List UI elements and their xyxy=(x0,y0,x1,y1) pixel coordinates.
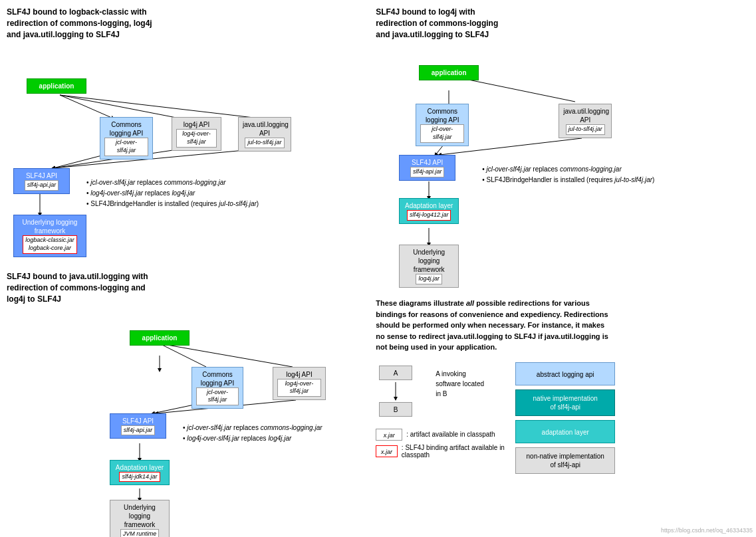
d3-application: application xyxy=(130,330,189,346)
d2-bullets: jcl-over-slf4j.jar replaces commons-logg… xyxy=(482,161,682,185)
type-legend: abstract logging api native implementati… xyxy=(515,362,749,474)
diagram1-section: SLF4J bound to logback-classic withredir… xyxy=(7,7,366,258)
d1-log4j-jar: log4j-over-slf4j.jar xyxy=(176,129,217,147)
d1-commons: Commonslogging APIjcl-over-slf4j.jar xyxy=(100,117,153,159)
d1-application: application xyxy=(27,78,86,94)
jar-legend: x.jar : artifact available in classpath … xyxy=(376,429,509,459)
d3-slf4j: SLF4J APIslf4j-api.jar xyxy=(110,413,166,439)
diagram2-section: SLF4J bound to log4j withredirection of … xyxy=(376,7,749,284)
d2-adaptation: Adaptation layerslf4j-log412.jar xyxy=(399,198,459,224)
d3-log4j-jar: log4j-over-slf4j.jar xyxy=(277,379,321,397)
svg-line-8 xyxy=(160,344,206,367)
d1-underlying: Underlying loggingframeworklogback-class… xyxy=(13,215,86,257)
jar-red-desc: : SLF4J binding artifact available in cl… xyxy=(402,444,509,459)
d3-slf4j-jar: slf4j-api.jar xyxy=(121,425,156,436)
invoking-and-jar-legend: A B A invokingsoftware locatedin B x.jar… xyxy=(376,362,509,474)
invoking-diagram: A B xyxy=(376,362,429,422)
invoking-b-box: B xyxy=(379,402,412,417)
legend-nonnative: non-native implementationof slf4j-api xyxy=(515,447,615,474)
d2-jcl-jar: jcl-over-slf4j.jar xyxy=(420,124,464,142)
d3-commons: Commonslogging APIjcl-over-slf4j.jar xyxy=(191,367,243,409)
invoking-desc: A invokingsoftware locatedin B xyxy=(436,362,484,399)
d2-jul-jar: jul-to-slf4j.jar xyxy=(566,124,605,135)
d2-log4j-jar: log4j.jar xyxy=(416,274,442,284)
d1-jul: java.util.loggingAPIjul-to-slf4j.jar xyxy=(238,117,291,152)
d3-adaptation: Adaptation layerslf4j-jdk14.jar xyxy=(110,460,170,486)
svg-line-2 xyxy=(60,95,259,118)
legend-native: native implementationof slf4j-api xyxy=(515,389,615,416)
d1-logback-jars: logback-classic.jarlogback-core.jar xyxy=(23,235,77,253)
diagram1-title: SLF4J bound to logback-classic withredir… xyxy=(7,7,366,40)
d2-jul: java.util.loggingAPIjul-to-slf4j.jar xyxy=(559,104,612,138)
d3-jcl-jar: jcl-over-slf4j.jar xyxy=(196,387,239,405)
d3-jvm-jar: JVM runtime xyxy=(120,529,160,537)
jar-red-box: x.jar xyxy=(376,445,398,457)
legend-abstract: abstract logging api xyxy=(515,362,615,385)
diagram3-section: SLF4J bound to java.util.logging withred… xyxy=(7,271,366,509)
d1-log4j: log4j APIlog4j-over-slf4j.jar xyxy=(172,117,221,150)
invoking-a-box: A xyxy=(379,366,412,380)
d1-jcl-jar: jcl-over-slf4j.jar xyxy=(104,138,148,156)
d1-slf4j: SLF4J APIslf4j-api.jar xyxy=(13,168,70,194)
svg-line-5 xyxy=(53,148,266,168)
diagram3-title: SLF4J bound to java.util.logging withred… xyxy=(7,271,366,304)
d2-slf4j-jar: slf4j-api.jar xyxy=(410,167,445,177)
d1-slf4j-jar: slf4j-api.jar xyxy=(25,180,59,191)
jar-normal-box: x.jar xyxy=(376,429,402,441)
svg-line-9 xyxy=(160,344,293,367)
bottom-section: A B A invokingsoftware locatedin B x.jar… xyxy=(376,362,749,474)
d3-bullets: jcl-over-slf4j.jar replaces commons-logg… xyxy=(183,420,342,444)
svg-line-1 xyxy=(60,95,180,118)
svg-line-0 xyxy=(60,95,113,118)
right-column: SLF4J bound to log4j withredirection of … xyxy=(372,7,749,523)
legend-adaptation: adaptation layer xyxy=(515,420,615,443)
diagram2-title: SLF4J bound to log4j withredirection of … xyxy=(376,7,749,40)
description-section: These diagrams illustrate all possible r… xyxy=(376,298,615,353)
d3-log4j: log4j APIlog4j-over-slf4j.jar xyxy=(273,367,326,400)
d2-application: application xyxy=(419,65,479,80)
d2-commons: Commonslogging APIjcl-over-slf4j.jar xyxy=(416,104,469,146)
d1-jul-jar: jul-to-slf4j.jar xyxy=(245,138,284,148)
jar-legend-normal: x.jar : artifact available in classpath xyxy=(376,429,509,441)
jar-legend-red: x.jar : SLF4J binding artifact available… xyxy=(376,444,509,459)
d2-slf4j: SLF4J APIslf4j-api.jar xyxy=(399,155,455,181)
svg-line-15 xyxy=(462,78,575,102)
d1-bullets: jcl-over-slf4j.jar replaces commons-logg… xyxy=(86,175,293,209)
d2-underlying: Underlyingloggingframeworklog4j.jar xyxy=(399,245,459,288)
left-column: SLF4J bound to logback-classic withredir… xyxy=(7,7,372,523)
d2-log4j12-jar: slf4j-log412.jar xyxy=(407,210,451,221)
page-container: SLF4J bound to logback-classic withredir… xyxy=(0,0,756,530)
watermark: https://blog.csdn.net/oq_46334335 xyxy=(661,527,753,534)
d3-jdk14-jar: slf4j-jdk14.jar xyxy=(119,472,160,483)
d3-underlying: UnderlyingloggingframeworkJVM runtime xyxy=(110,500,170,537)
jar-normal-desc: : artifact available in classpath xyxy=(406,431,495,438)
